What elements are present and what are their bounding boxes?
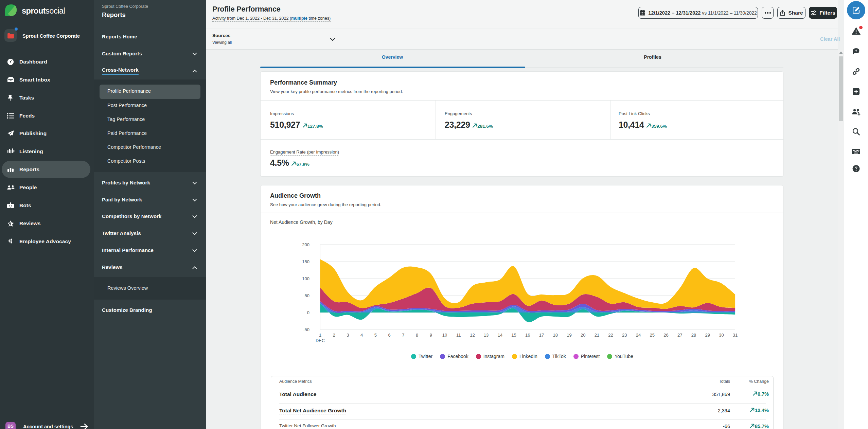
svg-text:15: 15: [511, 333, 516, 338]
svg-text:11: 11: [456, 333, 461, 338]
svg-text:6: 6: [388, 333, 390, 338]
svg-text:8: 8: [416, 333, 418, 338]
svg-text:30: 30: [719, 333, 724, 338]
svg-text:17: 17: [539, 333, 544, 338]
svg-text:DEC: DEC: [316, 338, 324, 343]
svg-text:7: 7: [402, 333, 404, 338]
svg-text:10: 10: [442, 333, 447, 338]
svg-text:50: 50: [305, 293, 309, 298]
svg-text:24: 24: [636, 333, 641, 338]
svg-text:19: 19: [567, 333, 571, 338]
svg-text:16: 16: [525, 333, 530, 338]
svg-text:150: 150: [302, 259, 309, 264]
svg-text:25: 25: [650, 333, 655, 338]
svg-text:31: 31: [733, 333, 738, 338]
svg-text:20: 20: [581, 333, 585, 338]
svg-text:22: 22: [608, 333, 613, 338]
svg-text:-50: -50: [303, 327, 309, 332]
svg-text:9: 9: [430, 333, 432, 338]
svg-text:1: 1: [319, 333, 321, 338]
svg-text:26: 26: [663, 333, 668, 338]
svg-text:23: 23: [622, 333, 627, 338]
svg-text:200: 200: [302, 242, 309, 247]
svg-text:28: 28: [691, 333, 696, 338]
svg-text:2: 2: [333, 333, 335, 338]
svg-text:5: 5: [374, 333, 377, 338]
svg-text:100: 100: [302, 276, 309, 281]
svg-text:21: 21: [595, 333, 599, 338]
svg-text:3: 3: [347, 333, 349, 338]
svg-text:27: 27: [677, 333, 682, 338]
svg-text:14: 14: [498, 333, 502, 338]
svg-text:0: 0: [307, 310, 309, 315]
svg-text:4: 4: [360, 333, 363, 338]
svg-text:12: 12: [470, 333, 475, 338]
svg-text:29: 29: [705, 333, 710, 338]
svg-text:18: 18: [553, 333, 557, 338]
svg-text:13: 13: [484, 333, 489, 338]
